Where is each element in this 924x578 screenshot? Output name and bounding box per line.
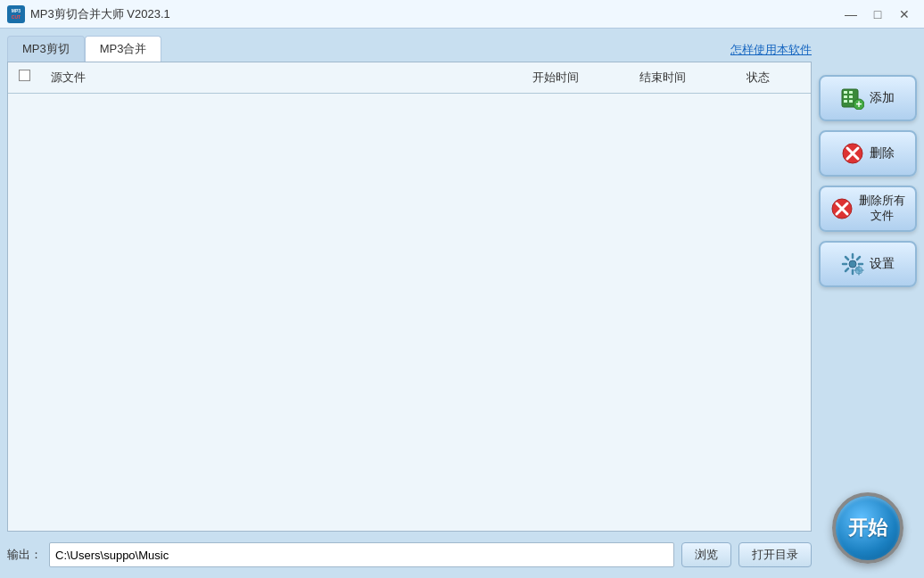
col-start: 开始时间 (525, 66, 632, 89)
bottom-bar: 输出： 浏览 打开目录 (7, 532, 812, 571)
app-logo: MP3 CUT (7, 5, 25, 23)
col-end: 结束时间 (632, 66, 739, 89)
close-button[interactable]: ✕ (892, 4, 917, 25)
left-panel: MP3剪切 MP3合并 怎样使用本软件 源文件 开始时间 结束时间 状态 输出：… (7, 36, 812, 571)
svg-point-18 (849, 260, 856, 268)
svg-text:+: + (855, 98, 862, 110)
restore-button[interactable]: □ (865, 4, 890, 25)
titlebar-left: MP3 CUT MP3剪切合并大师 V2023.1 (7, 5, 170, 23)
right-panel: + 添加 删除 (819, 36, 917, 571)
output-path-input[interactable] (49, 542, 674, 567)
output-label: 输出： (7, 547, 42, 563)
start-button[interactable]: 开始 (832, 492, 903, 564)
col-status: 状态 (739, 66, 811, 89)
header-checkbox[interactable] (19, 70, 30, 81)
add-label: 添加 (870, 90, 895, 106)
svg-text:CUT: CUT (12, 14, 21, 20)
table-body (8, 94, 811, 531)
svg-rect-6 (844, 95, 847, 98)
svg-line-23 (846, 257, 848, 260)
start-label: 开始 (848, 515, 887, 541)
svg-rect-9 (849, 100, 853, 103)
tab-cut[interactable]: MP3剪切 (7, 36, 85, 62)
titlebar-controls: — □ ✕ (838, 4, 917, 25)
minimize-button[interactable]: — (838, 4, 863, 25)
svg-line-25 (857, 257, 860, 260)
svg-rect-4 (844, 91, 847, 94)
delete-all-label: 删除所有文件 (859, 194, 905, 224)
open-folder-button[interactable]: 打开目录 (738, 542, 812, 567)
file-table: 源文件 开始时间 结束时间 状态 (7, 62, 812, 532)
delete-all-icon (830, 197, 854, 220)
col-source: 源文件 (44, 66, 525, 89)
svg-rect-7 (849, 95, 853, 98)
start-btn-container: 开始 (819, 492, 917, 571)
svg-text:MP3: MP3 (12, 8, 21, 13)
help-link[interactable]: 怎样使用本软件 (730, 42, 812, 62)
svg-rect-8 (844, 100, 847, 103)
delete-button[interactable]: 删除 (819, 130, 917, 177)
settings-label: 设置 (870, 256, 895, 272)
main-area: MP3剪切 MP3合并 怎样使用本软件 源文件 开始时间 结束时间 状态 输出：… (0, 29, 924, 578)
table-header: 源文件 开始时间 结束时间 状态 (8, 62, 811, 94)
add-icon: + (841, 87, 864, 110)
settings-button[interactable]: 设置 (819, 241, 917, 287)
settings-icon (841, 252, 864, 276)
add-button[interactable]: + 添加 (819, 75, 917, 121)
tabs-row: MP3剪切 MP3合并 怎样使用本软件 (7, 36, 812, 62)
svg-rect-5 (849, 91, 853, 94)
tabs: MP3剪切 MP3合并 (7, 36, 161, 62)
delete-icon (841, 142, 864, 165)
app-title: MP3剪切合并大师 V2023.1 (30, 6, 170, 22)
titlebar: MP3 CUT MP3剪切合并大师 V2023.1 — □ ✕ (0, 0, 924, 29)
browse-button[interactable]: 浏览 (681, 542, 731, 567)
svg-line-26 (846, 268, 848, 271)
tab-merge[interactable]: MP3合并 (85, 36, 162, 62)
col-checkbox (8, 66, 44, 89)
delete-all-button[interactable]: 删除所有文件 (819, 186, 917, 232)
delete-label: 删除 (870, 145, 895, 161)
